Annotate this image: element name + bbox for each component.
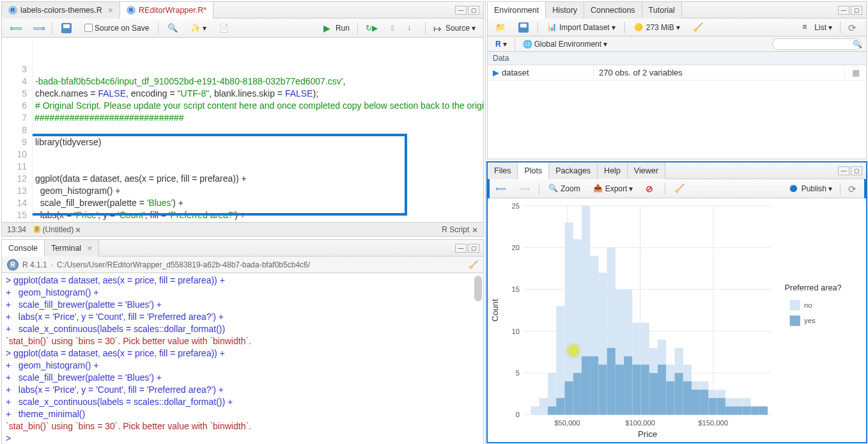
run-label: Run [336,24,350,33]
tab-terminal[interactable]: Terminal× [45,240,99,257]
env-search-input[interactable] [772,38,862,50]
scrollbar[interactable] [474,276,482,301]
file-type-selector[interactable]: R Script [442,225,469,234]
minimize-pane-button[interactable]: — [838,6,849,15]
prev-plot-button[interactable]: ⟸ [492,182,510,195]
close-icon[interactable]: × [108,5,113,15]
svg-rect-31 [582,356,590,415]
view-data-button[interactable]: ▦ [844,65,866,80]
import-dataset-button[interactable]: Import Dataset ▾ [543,20,619,35]
svg-text:Price: Price [638,429,657,439]
refresh-button[interactable] [844,20,862,35]
tab-history[interactable]: History [546,2,584,19]
tab-labels-colors-themes[interactable]: R labels-colors-themes.R × [2,2,120,19]
console-header: R R 4.1.1 · C:/Users/User/REditorWrapper… [2,257,483,273]
zoom-label: Zoom [561,184,580,193]
nav-fwd-button[interactable] [29,21,47,35]
section-selector[interactable]: ⨯ [75,225,81,234]
next-plot-button[interactable]: ⟹ [515,182,534,195]
section-name[interactable]: (Untitled) [43,225,74,234]
refresh-plot-button[interactable] [844,182,862,196]
svg-text:$50,000: $50,000 [554,419,580,427]
env-toolbar: Import Dataset ▾ 273 MiB ▾ List ▾ [488,19,866,36]
svg-rect-27 [564,381,573,415]
svg-rect-65 [725,407,734,415]
tab-packages[interactable]: Packages [549,163,598,179]
env-section-header: Data [488,52,866,65]
maximize-pane-button[interactable]: ▢ [851,166,862,175]
memory-usage[interactable]: 273 MiB ▾ [630,20,684,35]
svg-rect-59 [700,390,708,415]
source-on-save-toggle[interactable]: Source on Save [81,22,153,35]
svg-rect-73 [759,407,768,415]
svg-rect-37 [607,348,616,415]
clear-console-icon[interactable]: 🧹 [469,260,478,269]
go-down-button[interactable] [403,21,421,35]
environment-scope-selector[interactable]: 🌐Global Environment ▾ [519,38,611,51]
broom-icon [674,184,685,194]
svg-rect-45 [641,365,649,415]
working-directory[interactable]: C:/Users/User/REditorWrapper_d5583819-a6… [57,260,310,269]
editor-tabbar: R labels-colors-themes.R × R REditorWrap… [2,2,483,19]
tab-help[interactable]: Help [598,163,628,179]
code-area[interactable]: -bada-bfaf0b5cb4c6/input_df_910052bd-e19… [33,38,483,222]
minimize-pane-button[interactable]: — [838,166,849,175]
find-button[interactable] [164,21,182,35]
tab-reditorwrapper[interactable]: R REditorWrapper.R* [120,2,213,19]
clear-plots-button[interactable] [670,182,688,196]
run-icon [323,23,334,33]
expand-icon[interactable]: ▶ [493,68,499,77]
zoom-button[interactable]: Zoom [545,182,584,196]
close-icon[interactable]: × [87,243,92,253]
run-button[interactable]: Run [320,21,353,35]
env-row-dataset[interactable]: ▶dataset 270 obs. of 2 variables ▦ [488,65,866,81]
tab-connections[interactable]: Connections [584,2,642,19]
view-mode-label: List [814,23,826,32]
broom-icon [693,22,703,33]
section-indicator-icon: # [34,226,40,233]
save-button[interactable] [58,21,75,35]
compile-report-button[interactable]: 📄 [215,22,233,35]
console-output[interactable]: > ggplot(data = dataset, aes(x = price, … [2,273,483,444]
language-selector[interactable]: R ▾ [492,38,511,51]
tab-files[interactable]: Files [488,163,518,179]
svg-rect-63 [717,399,725,415]
source-button[interactable]: Source ▾ [430,21,479,35]
view-mode-selector[interactable]: List ▾ [798,20,836,35]
svg-rect-29 [573,373,582,415]
tab-plots[interactable]: Plots [518,163,549,179]
plot-canvas[interactable]: 0510152025$50,000$100,000$150,000PriceCo… [488,198,866,442]
nav-back-button[interactable] [6,21,24,35]
env-scope-bar: R ▾ 🌐Global Environment ▾ 🔍 [488,36,866,52]
save-workspace-button[interactable] [515,20,532,35]
editor-statusbar: 13:34 # (Untitled) ⨯ R Script ⨯ [2,222,483,236]
refresh-icon [848,184,858,194]
load-workspace-button[interactable] [492,20,509,35]
plots-tabbar: Files Plots Packages Help Viewer —▢ [488,163,866,179]
minimize-pane-button[interactable]: — [455,244,467,253]
svg-text:yes: yes [804,317,816,325]
maximize-pane-button[interactable]: ▢ [468,6,479,15]
maximize-pane-button[interactable]: ▢ [851,6,862,15]
tab-tutorial[interactable]: Tutorial [642,2,682,19]
svg-text:5: 5 [516,369,520,377]
list-icon [802,22,812,33]
line-gutter: 3456789101112131415 [2,38,33,222]
code-tools-button[interactable]: ▾ [187,21,210,35]
tab-console[interactable]: Console [2,240,45,257]
rerun-button[interactable]: ↻▶ [362,22,382,35]
svg-text:$150,000: $150,000 [698,419,728,427]
svg-rect-18 [531,407,539,415]
remove-plot-button[interactable] [642,182,660,196]
minimize-pane-button[interactable]: — [455,6,467,15]
export-button[interactable]: Export ▾ [589,182,637,196]
save-icon [518,22,529,33]
editor-body[interactable]: 3456789101112131415 -bada-bfaf0b5cb4c6/i… [2,38,483,222]
search-icon: 🔍 [853,40,862,49]
clear-workspace-button[interactable] [689,20,707,35]
publish-button[interactable]: Publish ▾ [786,182,836,196]
tab-viewer[interactable]: Viewer [628,163,665,179]
go-up-button[interactable]: ⇧ [385,22,399,35]
tab-environment[interactable]: Environment [488,2,546,19]
maximize-pane-button[interactable]: ▢ [468,244,479,253]
